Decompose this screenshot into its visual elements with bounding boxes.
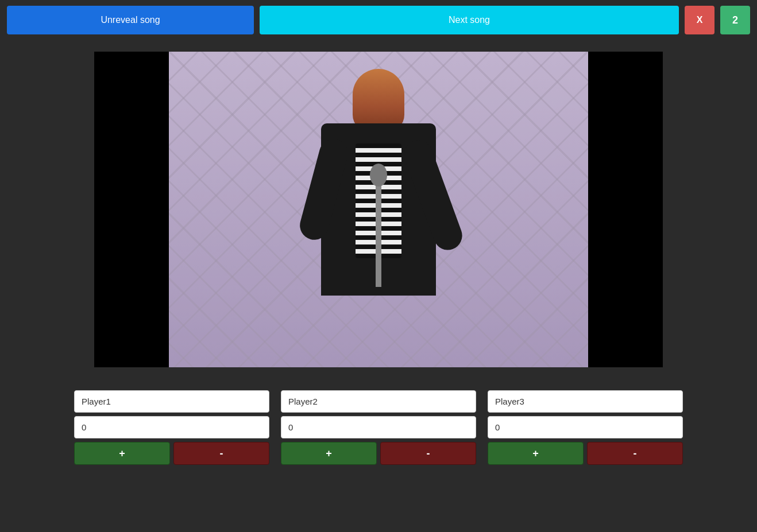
video-container [0,40,757,373]
player2-name-input[interactable] [281,390,476,413]
unreveal-song-button[interactable]: Unreveal song [7,6,254,34]
video-left-bar [94,52,169,367]
player3-minus-button[interactable]: - [587,442,683,465]
player2-score-input[interactable] [281,416,476,438]
toolbar: Unreveal song Next song X 2 [0,0,757,40]
count-button[interactable]: 2 [720,6,750,34]
player3-buttons: + - [488,442,683,465]
player1-plus-button[interactable]: + [74,442,170,465]
player1-card: + - [74,390,269,465]
players-section: + - + - + - [0,373,757,476]
player1-minus-button[interactable]: - [173,442,269,465]
player3-card: + - [488,390,683,465]
player2-plus-button[interactable]: + [281,442,377,465]
player3-score-input[interactable] [488,416,683,438]
player1-buttons: + - [74,442,269,465]
player1-name-input[interactable] [74,390,269,413]
next-song-button[interactable]: Next song [260,6,679,34]
video-frame[interactable] [94,52,663,367]
player3-plus-button[interactable]: + [488,442,584,465]
player2-card: + - [281,390,476,465]
player2-buttons: + - [281,442,476,465]
player1-score-input[interactable] [74,416,269,438]
player2-minus-button[interactable]: - [380,442,476,465]
player3-name-input[interactable] [488,390,683,413]
x-button[interactable]: X [685,6,714,34]
video-right-bar [588,52,663,367]
